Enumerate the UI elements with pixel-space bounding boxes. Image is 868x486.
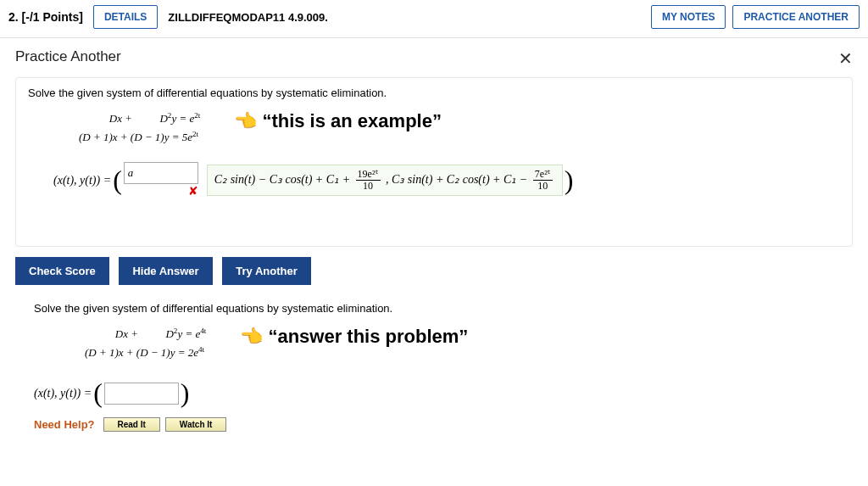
problem-equations: Dx + D2y = e4t (D + 1)x + (D − 1)y = 2e4…	[85, 325, 206, 362]
try-another-button[interactable]: Try Another	[222, 257, 310, 285]
example-eq1: Dx + D2y = e2t	[79, 109, 200, 128]
problem-answer-row: (x(t), y(t)) = ( )	[34, 377, 834, 409]
question-code: ZILLDIFFEQMODAP11 4.9.009.	[168, 11, 328, 24]
check-score-button[interactable]: Check Score	[15, 257, 109, 285]
rparen: )	[565, 165, 574, 196]
problem-prompt: Solve the given system of differential e…	[34, 302, 834, 315]
problem-block: Solve the given system of differential e…	[34, 297, 834, 432]
problem-eq1: Dx + D2y = e4t	[85, 325, 206, 344]
wrong-icon: ✘	[127, 184, 198, 198]
pointing-hand-icon: 👈	[240, 326, 263, 347]
rparen2: )	[181, 377, 190, 409]
example-box: Solve the given system of differential e…	[15, 77, 853, 247]
close-icon[interactable]: ✕	[838, 48, 853, 69]
example-correct-answer: C₂ sin(t) − C₃ cos(t) + C₁ + 19e²ᵗ10 , C…	[207, 165, 563, 196]
practice-another-button[interactable]: PRACTICE ANOTHER	[732, 5, 860, 29]
problem-annotation: 👈 “answer this problem”	[240, 326, 468, 348]
read-it-button[interactable]: Read It	[103, 417, 160, 432]
lparen: (	[113, 165, 122, 196]
my-notes-button[interactable]: MY NOTES	[651, 5, 726, 29]
example-lhs: (x(t), y(t)) =	[53, 174, 111, 187]
section-title: Practice Another	[15, 48, 853, 65]
action-buttons: Check Score Hide Answer Try Another	[15, 257, 853, 285]
details-button[interactable]: DETAILS	[93, 5, 158, 29]
need-help-label: Need Help?	[34, 418, 95, 431]
problem-answer-input[interactable]	[104, 383, 179, 405]
hide-answer-button[interactable]: Hide Answer	[119, 257, 212, 285]
example-answer-row: (x(t), y(t)) = ( ✘ C₂ sin(t) − C₃ cos(t)…	[53, 162, 840, 198]
watch-it-button[interactable]: Watch It	[165, 417, 227, 432]
example-equations: Dx + D2y = e2t (D + 1)x + (D − 1)y = 5e2…	[79, 109, 200, 147]
example-prompt: Solve the given system of differential e…	[28, 87, 840, 99]
example-answer-input[interactable]	[124, 162, 198, 184]
points-label: 2. [-/1 Points]	[8, 10, 83, 24]
lparen2: (	[93, 377, 103, 409]
question-header: 2. [-/1 Points] DETAILS ZILLDIFFEQMODAP1…	[0, 0, 868, 38]
pointing-hand-icon: 👈	[234, 110, 257, 131]
problem-eq2: (D + 1)x + (D − 1)y = 2e4t	[85, 344, 206, 362]
example-annotation: 👈 “this is an example”	[234, 110, 442, 132]
help-row: Need Help? Read It Watch It	[34, 417, 834, 432]
example-eq2: (D + 1)x + (D − 1)y = 5e2t	[79, 128, 200, 147]
problem-lhs: (x(t), y(t)) =	[34, 387, 92, 400]
section-header: Practice Another ✕	[0, 38, 868, 72]
